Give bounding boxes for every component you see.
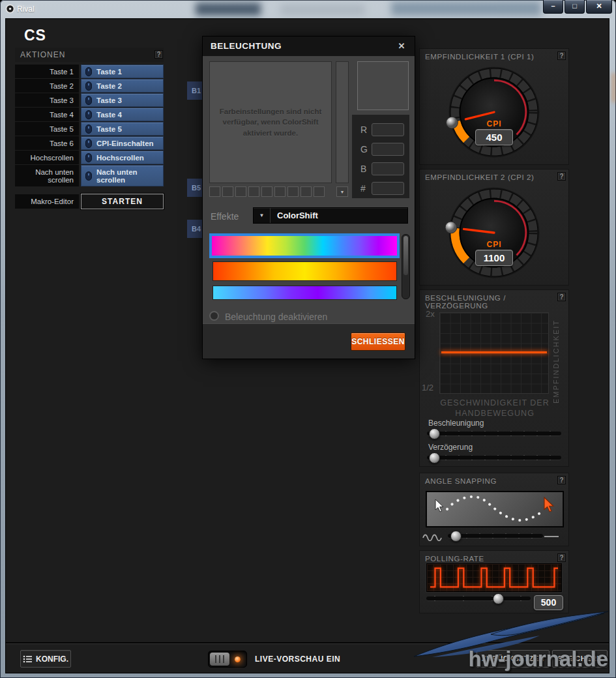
scrollbar-thumb[interactable] [403,236,408,275]
b-input[interactable] [372,162,404,175]
slider-knob[interactable] [429,428,440,439]
section-header: ANGLE SNAPPING [425,477,497,485]
gradient-option-fire[interactable] [213,261,397,281]
acceleration-slider[interactable] [427,428,561,439]
dialog-title[interactable]: BELEUCHTUNG [203,37,415,56]
slider-track[interactable] [426,597,531,600]
titlebar[interactable]: Rival – □ ✕ [0,0,616,18]
save-button[interactable]: SPEICHERN [552,650,608,668]
slider-knob[interactable] [450,531,462,542]
cursor-icon [435,499,443,512]
gauge-knob[interactable] [445,222,457,233]
color-swatch[interactable] [287,186,299,197]
konfig-button[interactable]: KONFIG. [20,650,71,668]
footer-divider [6,642,609,643]
chevron-down-icon: ▼ [254,208,271,223]
maximize-button[interactable]: □ [565,0,585,14]
app-content: CS AKTIONEN ? Taste 1 Taste 1 Taste 2 Ta… [5,18,609,673]
cpi1-gauge[interactable]: CPI 450 [445,63,543,161]
disable-lighting-checkbox[interactable] [209,311,219,321]
slider-knob[interactable] [493,593,504,604]
deceleration-slider[interactable] [427,452,561,463]
mouse-icon [85,81,92,91]
polling-rate-slider[interactable] [426,593,531,604]
hue-slider[interactable] [336,61,349,183]
gradient-option-cool[interactable] [213,286,397,300]
slider-track[interactable] [427,456,561,460]
action-button[interactable]: Taste 3 [81,93,164,107]
toggle-knob[interactable] [210,653,229,666]
angle-snapping-slider[interactable] [448,531,543,541]
action-button[interactable]: Taste 5 [81,122,164,136]
minimize-button[interactable]: – [543,0,563,14]
gauge-dial [445,63,543,161]
snapping-path [427,492,563,526]
swatch-dropdown-icon[interactable]: ▼ [336,186,348,197]
effects-dropdown[interactable]: ▼ ColorShift [253,207,408,224]
action-row: Taste 5 Taste 5 [15,122,164,136]
color-swatch[interactable] [274,186,286,197]
cpi2-gauge[interactable]: CPI 1100 [445,184,543,282]
help-icon[interactable]: ? [557,52,566,60]
titlebar-background-blob [391,1,541,16]
b-label: B [360,164,366,174]
g-input[interactable] [372,143,404,156]
action-button[interactable]: Taste 4 [81,108,164,121]
action-button[interactable]: Nach unten scrollen [81,165,164,186]
list-icon [23,655,32,663]
action-button-label: CPI-Einschalten [96,140,154,147]
color-swatch[interactable] [248,186,259,197]
slider-track[interactable] [427,432,561,435]
section-acceleration: BESCHLEUNIGUNG / VERZÖGERUNG ? 2x 1/2 EM… [419,289,569,467]
wavy-line-icon [422,532,443,541]
action-row: Nach unten scrollen Nach unten scrollen [15,165,164,186]
mouse-icon [85,110,92,119]
action-button[interactable]: Taste 2 [81,79,164,93]
gradient-option-selected[interactable] [209,233,400,258]
help-icon[interactable]: ? [557,553,566,562]
help-icon[interactable]: ? [557,476,566,484]
polling-rate-value[interactable]: 500 [534,595,563,610]
live-preview-toggle[interactable] [208,651,247,668]
cpi2-value[interactable]: 1100 [475,250,513,266]
action-button[interactable]: Hochscrollen [81,151,164,164]
hex-input[interactable] [372,182,404,195]
action-button-label: Taste 1 [96,68,122,76]
action-label: Taste 4 [15,108,79,121]
cpi1-value[interactable]: 450 [475,129,513,145]
help-icon[interactable]: ? [557,172,566,181]
gradient-scrollbar[interactable] [402,234,410,299]
macro-start-button[interactable]: STARTEN [81,194,164,209]
action-row: Taste 1 Taste 1 [15,65,164,78]
color-swatch[interactable] [261,186,272,197]
color-swatch[interactable] [222,186,233,197]
dialog-close-icon[interactable]: ✕ [395,37,408,56]
actions-help-icon[interactable]: ? [154,50,163,59]
schliessen-button[interactable]: SCHLIESSEN [351,332,405,351]
pulse-waveform [427,564,561,591]
color-preview-box [357,61,409,110]
slider-track[interactable] [448,534,543,538]
reset-button[interactable]: ZURÜCKSETZEN [477,650,550,668]
color-swatch[interactable] [235,186,246,197]
section-header: EMPFINDLICHKEIT 2 (CPI 2) [425,173,535,181]
r-input[interactable] [372,123,404,136]
frame-reflection [612,73,615,102]
action-label: Hochscrollen [15,151,79,164]
cursor-icon-snapped [544,497,553,512]
action-button[interactable]: Taste 1 [81,65,164,78]
action-button[interactable]: CPI-Einschalten [81,136,164,150]
acceleration-slider-label: Beschleunigung [428,419,484,428]
angle-snapping-controls [420,531,568,542]
mouse-icon [85,96,92,105]
konfig-button-label: KONFIG. [36,655,68,664]
color-swatch[interactable] [301,186,312,197]
section-sensitivity-1: EMPFINDLICHKEIT 1 (CPI 1) ? [419,48,569,165]
color-swatch[interactable] [209,186,220,197]
help-icon[interactable]: ? [557,293,566,301]
slider-knob[interactable] [429,452,440,464]
close-button[interactable]: ✕ [586,0,612,14]
color-picker-area[interactable]: Farbeinstellungen sind nicht verfügbar, … [209,61,332,183]
color-swatch[interactable] [314,186,325,197]
action-button-label: Taste 3 [96,96,122,104]
